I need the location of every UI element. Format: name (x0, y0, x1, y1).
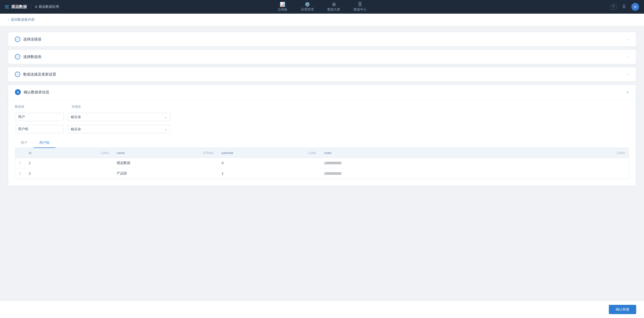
storage-select-2[interactable]: 根目录 (68, 125, 170, 133)
step-2-header[interactable]: ✓ 选择数据表 › (8, 50, 636, 64)
step-3-header[interactable]: ✓ 数据连接及更新设置 › (8, 67, 636, 81)
step-3-title: 数据连接及更新设置 (23, 72, 56, 77)
step-2-chevron: › (628, 55, 629, 59)
grid-button[interactable]: ⠿ (620, 3, 628, 10)
data-table: id LONG name STRING parentid LONG (15, 148, 629, 179)
back-label: 返回数据集列表 (11, 17, 35, 22)
step-4-header[interactable]: 4 确认数据表信息 ∨ (8, 85, 636, 99)
row-2-order: 100000000 (320, 168, 609, 179)
th-parentid-label: parentid (222, 151, 233, 155)
th-parentid: parentid (218, 148, 301, 158)
row-1-name: 观远数据 (113, 158, 196, 168)
step-1-title: 选择连接器 (23, 37, 42, 42)
nav-item-data-center[interactable]: 🗄 数据中心 (352, 1, 368, 13)
row-1-order: 100000000 (320, 158, 609, 168)
nav-label-dashboard: 仪表板 (278, 7, 287, 12)
th-rownum (15, 148, 25, 158)
table-name-input-2[interactable] (15, 125, 64, 133)
nav-item-app-manage[interactable]: ⚙️ 应用管理 (299, 1, 316, 13)
nav-label-data-center: 数据中心 (354, 7, 366, 12)
data-tabs: 用户 用户组 (15, 138, 629, 148)
step-4-left: 4 确认数据表信息 (15, 89, 49, 95)
step-card-2: ✓ 选择数据表 › (8, 49, 636, 64)
th-id-type: LONG (93, 148, 113, 158)
step-4-chevron: ∨ (626, 89, 629, 95)
avatar[interactable]: W (631, 3, 639, 11)
help-icon: ? (612, 5, 614, 9)
th-order-type: LONG (609, 148, 629, 158)
data-table-container: id LONG name STRING parentid LONG (15, 148, 629, 179)
th-order-label: order (324, 151, 332, 155)
table-header-row: id LONG name STRING parentid LONG (15, 148, 629, 158)
th-id-label: id (29, 151, 31, 155)
avatar-text: W (634, 5, 637, 9)
th-id: id (25, 148, 93, 158)
row-2-id-type (93, 168, 113, 179)
nav-item-dashboard[interactable]: 📊 仪表板 (276, 1, 289, 13)
header-right: ? ⠿ W (610, 3, 639, 11)
storage-select-wrapper-2: 根目录 (68, 125, 170, 133)
footer-spacer (8, 189, 636, 204)
step-2-title: 选择数据表 (23, 55, 42, 59)
step-card-3: ✓ 数据连接及更新设置 › (8, 67, 636, 82)
th-name: name (113, 148, 196, 158)
row-1-id-type (93, 158, 113, 168)
brand-name: 观远数据 (11, 4, 27, 9)
breadcrumb[interactable]: ‹ 返回数据集列表 (0, 14, 644, 26)
nav-item-data-screen[interactable]: 🖥 数据大屏 (326, 1, 342, 13)
step-3-left: ✓ 数据连接及更新设置 (15, 72, 56, 77)
header-left: 观远数据 ≡ 观远数据应用 (5, 4, 59, 10)
step-3-chevron: › (628, 72, 629, 77)
app-header: 观远数据 ≡ 观远数据应用 📊 仪表板 ⚙️ 应用管理 🖥 数据大屏 🗄 数据中… (0, 0, 644, 14)
tab-user[interactable]: 用户 (15, 138, 34, 148)
nav-label-app-manage: 应用管理 (301, 7, 314, 12)
row-2-num: 2 (15, 168, 25, 179)
row-1-order-type (609, 158, 629, 168)
grid-icon: ⠿ (622, 4, 626, 10)
row-2-name: 产品部 (113, 168, 196, 179)
storage-label: 存储至 (72, 105, 81, 108)
row-2-parentid: 1 (218, 168, 301, 179)
step-2-left: ✓ 选择数据表 (15, 54, 42, 59)
th-order: order (320, 148, 609, 158)
row-1-name-type (196, 158, 218, 168)
step-4-title: 确认数据表信息 (24, 90, 49, 95)
step-1-left: ✓ 选择连接器 (15, 36, 42, 42)
row-1-num: 1 (15, 158, 25, 168)
step-4-body: 数据表 存储至 根目录 (8, 99, 636, 186)
tab-usergroup[interactable]: 用户组 (34, 138, 56, 148)
step-3-check: ✓ (15, 72, 20, 77)
main-nav: 📊 仪表板 ⚙️ 应用管理 🖥 数据大屏 🗄 数据中心 (276, 1, 368, 13)
back-icon: ‹ (8, 18, 9, 21)
table-name-input-1[interactable] (15, 113, 64, 121)
nav-label-data-screen: 数据大屏 (327, 7, 340, 12)
app-name-icon: ≡ (35, 5, 37, 9)
header-divider (31, 4, 31, 10)
step-1-check: ✓ (15, 36, 20, 42)
dashboard-icon: 📊 (280, 2, 285, 6)
table-label: 数据表 (15, 105, 24, 108)
step-card-4: 4 确认数据表信息 ∨ 数据表 存储至 (8, 85, 636, 186)
row-1-parentid: 0 (218, 158, 301, 168)
row-1-id: 1 (25, 158, 93, 168)
step-1-header[interactable]: ✓ 选择连接器 › (8, 32, 636, 46)
app-manage-icon: ⚙️ (305, 2, 310, 6)
help-button[interactable]: ? (610, 3, 617, 10)
row-2-parentid-type (301, 168, 320, 179)
step-1-chevron: › (628, 37, 629, 41)
form-row-1: 根目录 (15, 113, 629, 121)
data-center-icon: 🗄 (358, 2, 362, 6)
form-row-2: 根目录 (15, 125, 629, 133)
app-name[interactable]: ≡ 观远数据应用 (35, 5, 59, 9)
step-4-num: 4 (15, 89, 21, 95)
form-section: 数据表 存储至 根目录 (15, 105, 629, 133)
row-1-parentid-type (301, 158, 320, 168)
brand[interactable]: 观远数据 (5, 4, 27, 9)
table-row: 1 1 观远数据 0 100000000 (15, 158, 629, 168)
main-content: ✓ 选择连接器 › ✓ 选择数据表 › ✓ 数据连接及更新设置 › (0, 26, 644, 210)
storage-select-1[interactable]: 根目录 (68, 113, 170, 121)
step-card-1: ✓ 选择连接器 › (8, 32, 636, 46)
th-name-type: STRING (196, 148, 218, 158)
form-labels-row: 数据表 存储至 (15, 105, 629, 109)
th-name-label: name (117, 151, 125, 155)
